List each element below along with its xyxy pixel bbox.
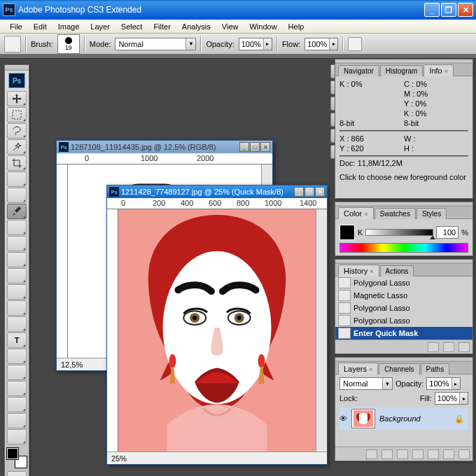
menu-filter[interactable]: Filter <box>148 21 176 32</box>
blend-mode-dropdown[interactable]: Normal▼ <box>115 38 196 50</box>
trash-icon[interactable] <box>458 342 470 352</box>
brush-preset-picker[interactable]: 19 <box>57 34 80 54</box>
menu-image[interactable]: Image <box>52 21 85 32</box>
eyedropper-tool[interactable] <box>7 397 27 412</box>
layer-opacity-input[interactable]: 100%▸ <box>426 377 460 390</box>
history-item[interactable]: Polygonal Lasso <box>335 314 472 327</box>
toolbox-grip[interactable] <box>5 65 29 71</box>
new-layer-icon[interactable] <box>443 449 454 459</box>
brush-tool-icon[interactable] <box>4 36 21 52</box>
gradient-tool[interactable] <box>7 268 27 284</box>
stamp-tool[interactable] <box>7 220 27 235</box>
svg-point-13 <box>358 413 369 424</box>
tab-color[interactable]: Color× <box>338 207 374 219</box>
zoom-tool[interactable] <box>7 429 27 444</box>
airbrush-icon[interactable] <box>348 37 362 51</box>
maximize-button[interactable]: ❐ <box>441 3 456 17</box>
doc-1-minimize[interactable]: _ <box>239 142 249 152</box>
document-2-titlebar[interactable]: Ps 1211428_77489127.jpg @ 25% (Quick Mas… <box>107 186 327 198</box>
shape-tool[interactable] <box>7 365 27 380</box>
info-panel: Navigator Histogram Info× K : 0% C : 0%M… <box>335 59 473 199</box>
foreground-color-swatch[interactable] <box>6 447 19 460</box>
slice-tool[interactable] <box>7 172 27 187</box>
menu-window[interactable]: Window <box>244 21 282 32</box>
notes-tool[interactable] <box>7 381 27 396</box>
doc-2-close[interactable]: ✕ <box>315 187 325 197</box>
layer-fill-input[interactable]: 100%▸ <box>435 392 468 405</box>
k-value-input[interactable]: 100 <box>436 226 458 239</box>
brush-tool[interactable] <box>7 204 27 219</box>
minimize-button[interactable]: _ <box>424 3 440 17</box>
flow-input[interactable]: 100%▸ <box>304 38 338 50</box>
k-slider[interactable] <box>365 229 433 236</box>
info-hint: Click to choose new foreground color <box>340 173 468 181</box>
menu-help[interactable]: Help <box>283 21 310 32</box>
document-1-titlebar[interactable]: Ps 1287108_11914435.jpg @ 12,5% (RGB/8) … <box>57 141 272 153</box>
menu-view[interactable]: View <box>216 21 244 32</box>
doc-1-close[interactable]: ✕ <box>260 142 270 152</box>
opacity-input[interactable]: 100%▸ <box>239 38 272 50</box>
tab-layers[interactable]: Layers× <box>338 363 378 374</box>
tab-info[interactable]: Info× <box>424 64 454 76</box>
move-tool[interactable] <box>7 91 27 106</box>
doc-2-maximize[interactable]: □ <box>304 187 314 197</box>
path-tool[interactable] <box>7 349 27 364</box>
type-tool[interactable]: T <box>7 332 27 348</box>
close-button[interactable]: ✕ <box>458 3 473 17</box>
dodge-tool[interactable] <box>7 300 27 316</box>
menu-layer[interactable]: Layer <box>85 21 115 32</box>
layer-thumbnail[interactable] <box>351 409 375 428</box>
doc-2-minimize[interactable]: _ <box>294 187 304 197</box>
hand-tool[interactable] <box>7 413 27 428</box>
doc-1-maximize[interactable]: □ <box>250 142 260 152</box>
tab-swatches[interactable]: Swatches <box>374 208 416 219</box>
tab-paths[interactable]: Paths <box>421 363 450 374</box>
menu-file[interactable]: File <box>4 21 28 32</box>
mask-icon[interactable] <box>397 449 408 459</box>
tab-history[interactable]: History× <box>338 265 379 276</box>
history-brush-tool[interactable] <box>7 236 27 251</box>
history-item-selected[interactable]: Enter Quick Mask <box>335 327 472 340</box>
layer-blend-dropdown[interactable]: Normal▼ <box>340 377 393 390</box>
history-item[interactable]: Magnetic Lasso <box>335 289 472 302</box>
color-swatch[interactable] <box>340 225 355 240</box>
eye-icon[interactable]: 👁 <box>340 414 347 423</box>
lasso-tool[interactable] <box>7 123 27 139</box>
new-snapshot-icon[interactable] <box>428 342 439 352</box>
color-ramp[interactable] <box>340 243 468 253</box>
eraser-tool[interactable] <box>7 252 27 267</box>
svg-rect-0 <box>13 111 21 119</box>
wand-tool[interactable] <box>7 139 27 155</box>
tab-channels[interactable]: Channels <box>379 363 419 374</box>
marquee-tool[interactable] <box>7 107 27 122</box>
ps-logo-icon[interactable]: Ps <box>8 73 25 88</box>
pen-tool[interactable] <box>7 316 27 332</box>
menu-edit[interactable]: Edit <box>28 21 52 32</box>
tab-styles[interactable]: Styles <box>416 208 447 219</box>
blur-tool[interactable] <box>7 284 27 300</box>
fx-icon[interactable] <box>382 449 393 459</box>
new-doc-icon[interactable] <box>443 342 454 352</box>
menu-analysis[interactable]: Analysis <box>176 21 216 32</box>
color-swatches[interactable] <box>6 447 27 468</box>
document-window-2[interactable]: Ps 1211428_77489127.jpg @ 25% (Quick Mas… <box>106 185 328 465</box>
layers-panel: Layers× Channels Paths Normal▼ Opacity: … <box>335 357 473 461</box>
crop-tool[interactable] <box>7 155 27 171</box>
layer-row[interactable]: 👁 Background 🔒 <box>340 407 468 430</box>
menu-select[interactable]: Select <box>115 21 148 32</box>
link-icon[interactable] <box>366 449 377 459</box>
tab-actions[interactable]: Actions <box>380 265 414 276</box>
adjust-icon[interactable] <box>412 449 424 459</box>
healing-tool[interactable] <box>7 188 27 203</box>
trash-icon[interactable] <box>458 449 470 459</box>
history-item[interactable]: Polygonal Lasso <box>335 302 472 314</box>
history-item[interactable]: Polygonal Lasso <box>335 276 472 289</box>
svg-point-9 <box>237 316 241 320</box>
scrollbar-vertical[interactable] <box>316 209 327 451</box>
tab-histogram[interactable]: Histogram <box>380 65 424 76</box>
ruler-horizontal: 010002000 <box>57 153 272 164</box>
tab-navigator[interactable]: Navigator <box>338 65 379 76</box>
group-icon[interactable] <box>428 449 439 459</box>
document-2-canvas[interactable] <box>118 209 316 451</box>
quick-mask-toggle[interactable] <box>7 471 27 476</box>
